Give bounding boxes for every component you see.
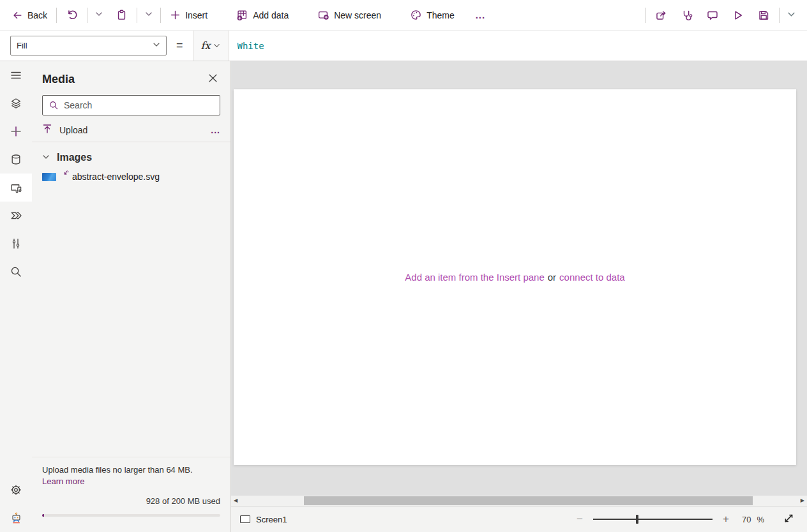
toolbar-divider — [779, 8, 780, 23]
new-screen-button[interactable]: New screen — [313, 5, 397, 25]
chevron-down-icon — [95, 10, 103, 18]
rail-item-insert[interactable] — [0, 117, 32, 145]
plus-icon — [170, 10, 181, 20]
chevron-down-icon — [293, 11, 301, 19]
scroll-right-arrow-icon[interactable]: ▶ — [801, 498, 804, 503]
screen-name-label: Screen1 — [256, 515, 287, 524]
add-data-button[interactable]: Add data — [232, 5, 305, 25]
gear-icon — [10, 484, 22, 496]
upload-size-note: Upload media files no larger than 64 MB. — [42, 464, 220, 475]
screen-selector[interactable]: Screen1 — [240, 515, 287, 524]
chevron-down-icon — [42, 152, 50, 163]
undo-dropdown-chevron[interactable] — [93, 6, 105, 24]
chevron-down-icon — [787, 10, 796, 18]
connect-to-data-link[interactable]: connect to data — [559, 272, 625, 283]
copilot-bot-button[interactable] — [0, 504, 32, 532]
zoom-percent-sign: % — [757, 515, 764, 524]
fit-to-window-button[interactable] — [783, 513, 794, 526]
insert-pane-link[interactable]: Add an item from the Insert pane — [405, 272, 544, 283]
share-button[interactable] — [651, 5, 672, 26]
paste-dropdown-chevron[interactable] — [142, 6, 155, 24]
search-icon — [10, 265, 22, 278]
canvas-background: Add an item from the Insert pane or conn… — [231, 61, 807, 496]
media-file-item[interactable]: abstract-envelope.svg — [32, 168, 230, 186]
top-toolbar: Back Insert Add data New screen — [0, 0, 807, 31]
upload-arrow-icon — [42, 124, 52, 137]
comment-icon — [706, 9, 719, 22]
empty-canvas-prompt: Add an item from the Insert pane or conn… — [405, 272, 624, 283]
scroll-left-arrow-icon[interactable]: ◀ — [234, 498, 238, 503]
media-search-box[interactable] — [42, 95, 220, 115]
toolbar-divider — [137, 8, 137, 23]
zoom-out-button[interactable]: − — [574, 513, 585, 526]
zoom-slider[interactable] — [593, 515, 713, 524]
rail-item-tree-view[interactable] — [0, 89, 32, 117]
new-screen-icon — [317, 9, 329, 21]
fx-icon: fx — [201, 40, 211, 52]
hamburger-menu-button[interactable] — [0, 61, 32, 89]
media-panel-footer: Upload media files no larger than 64 MB.… — [32, 457, 230, 532]
share-icon — [655, 9, 668, 22]
chevron-down-icon — [153, 41, 160, 50]
zoom-slider-track — [593, 519, 713, 520]
rail-item-data[interactable] — [0, 145, 32, 174]
rail-item-search[interactable] — [0, 258, 32, 286]
insert-plus-icon — [10, 125, 22, 138]
toolbar-divider — [160, 8, 161, 23]
equals-sign: = — [176, 39, 183, 52]
prompt-separator: or — [548, 272, 556, 283]
toolbar-divider — [645, 8, 646, 23]
theme-button[interactable]: Theme — [406, 5, 471, 25]
robot-icon — [10, 512, 23, 525]
database-icon — [10, 153, 22, 166]
chevron-down-icon — [459, 11, 467, 19]
insert-file-arrow-icon — [62, 168, 69, 179]
screen-artboard[interactable]: Add an item from the Insert pane or conn… — [234, 89, 796, 465]
back-button[interactable]: Back — [8, 6, 51, 25]
media-panel-title: Media — [42, 73, 75, 86]
undo-button[interactable] — [62, 5, 82, 25]
scrollbar-thumb[interactable] — [304, 496, 753, 505]
upload-button[interactable]: Upload ... — [32, 118, 230, 142]
upload-overflow-button[interactable]: ... — [211, 125, 220, 135]
settings-button[interactable] — [0, 476, 32, 504]
search-icon — [49, 100, 59, 110]
formula-input[interactable] — [229, 41, 807, 51]
horizontal-scrollbar[interactable]: ◀ ▶ — [231, 496, 807, 506]
chevron-down-icon — [213, 42, 220, 49]
learn-more-link[interactable]: Learn more — [42, 477, 84, 486]
app-checker-button[interactable] — [677, 5, 697, 26]
power-automate-icon — [10, 209, 22, 222]
back-label: Back — [27, 10, 47, 20]
formula-bar: Fill = fx — [0, 31, 807, 61]
toolbar-overflow-button[interactable]: ... — [471, 10, 491, 20]
insert-button[interactable]: Insert — [166, 6, 223, 24]
chevron-down-icon — [386, 11, 393, 19]
media-search-input[interactable] — [64, 100, 214, 110]
rail-spacer — [0, 286, 32, 476]
close-icon — [208, 73, 218, 83]
save-dropdown-chevron[interactable] — [785, 6, 798, 24]
tree-view-icon — [10, 97, 22, 110]
zoom-in-button[interactable]: + — [720, 513, 732, 526]
paste-button[interactable] — [112, 5, 132, 25]
screen-icon — [240, 515, 250, 523]
toolbar-divider — [56, 8, 57, 23]
rail-item-variables[interactable] — [0, 230, 32, 258]
fx-dropdown[interactable]: fx — [193, 31, 229, 61]
new-screen-label: New screen — [334, 10, 381, 20]
images-section-header[interactable]: Images — [32, 142, 230, 168]
preview-play-button[interactable] — [728, 5, 748, 26]
save-button[interactable] — [753, 5, 774, 26]
images-section-label: Images — [57, 152, 92, 163]
add-data-label: Add data — [253, 10, 289, 20]
chevron-down-icon — [212, 11, 220, 19]
hamburger-icon — [10, 69, 22, 82]
media-icon — [10, 181, 23, 195]
rail-item-media[interactable] — [0, 174, 32, 202]
property-dropdown[interactable]: Fill — [10, 36, 167, 55]
close-panel-button[interactable] — [206, 71, 220, 87]
zoom-slider-thumb[interactable] — [636, 515, 638, 524]
rail-item-power-automate[interactable] — [0, 202, 32, 230]
comments-button[interactable] — [702, 5, 723, 26]
